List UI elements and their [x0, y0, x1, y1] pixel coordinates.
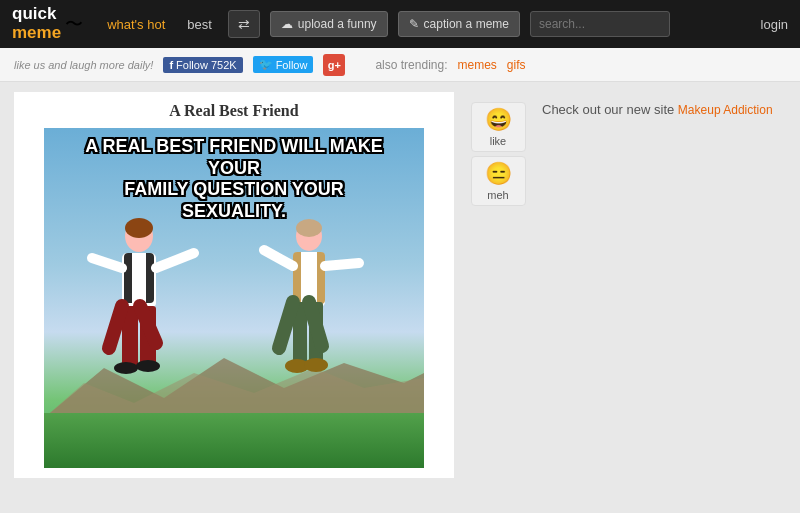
facebook-follow-button[interactable]: f Follow 752K [163, 57, 242, 73]
twitter-follow-button[interactable]: 🐦 Follow [253, 56, 314, 73]
trending-label: also trending: [375, 58, 447, 72]
login-link[interactable]: login [761, 17, 788, 32]
meh-button[interactable]: 😑 meh [471, 156, 526, 206]
tw-follow-label: Follow [276, 59, 308, 71]
svg-point-11 [114, 362, 138, 374]
meme-text-overlay: A Real best friend will make your family… [44, 136, 424, 222]
shuffle-button[interactable]: ⇄ [228, 10, 260, 38]
nav-whats-hot[interactable]: what's hot [101, 13, 171, 36]
svg-line-23 [325, 263, 359, 266]
svg-rect-6 [132, 253, 146, 303]
like-emoji: 😄 [485, 107, 512, 133]
main-content: A Real Best Friend A Real best friend wi… [0, 82, 800, 488]
subheader-text: like us and laugh more daily! [14, 59, 153, 71]
meme-image: A Real best friend will make your family… [44, 128, 424, 468]
shuffle-icon: ⇄ [238, 16, 250, 32]
trending-memes-link[interactable]: memes [457, 58, 496, 72]
logo-meme: meme [12, 24, 61, 43]
meh-emoji: 😑 [485, 161, 512, 187]
caption-pencil-icon: ✎ [409, 17, 419, 31]
twitter-bird-icon: 🐦 [259, 58, 273, 71]
search-input[interactable] [530, 11, 670, 37]
meme-content-area: A Real Best Friend A Real best friend wi… [14, 92, 454, 478]
svg-line-9 [92, 258, 122, 268]
facebook-icon: f [169, 59, 173, 71]
svg-point-25 [304, 358, 328, 372]
grass-area [44, 413, 424, 468]
caption-button[interactable]: ✎ caption a meme [398, 11, 520, 37]
promo-text: Check out our new site Makeup Addiction [542, 102, 786, 117]
right-sidebar: Check out our new site Makeup Addiction [542, 92, 786, 478]
logo-wave-icon: 〜 [65, 12, 83, 36]
svg-line-26 [279, 302, 293, 348]
meh-label: meh [487, 189, 508, 201]
google-plus-button[interactable]: g+ [323, 54, 345, 76]
svg-line-22 [264, 250, 293, 266]
person1-svg [84, 218, 214, 418]
subheader: like us and laugh more daily! f Follow 7… [0, 48, 800, 82]
svg-line-10 [156, 253, 194, 268]
person2-svg [244, 218, 374, 418]
nav-best[interactable]: best [181, 13, 218, 36]
logo[interactable]: quick meme 〜 [12, 5, 83, 42]
reactions-panel: 😄 like 😑 meh [468, 92, 528, 478]
fb-follow-label: Follow 752K [176, 59, 237, 71]
promo-link[interactable]: Makeup Addiction [678, 103, 773, 117]
like-label: like [490, 135, 507, 147]
like-button[interactable]: 😄 like [471, 102, 526, 152]
header: quick meme 〜 what's hot best ⇄ ☁ upload … [0, 0, 800, 48]
upload-button[interactable]: ☁ upload a funny [270, 11, 388, 37]
svg-line-13 [109, 306, 122, 348]
trending-gifs-link[interactable]: gifs [507, 58, 526, 72]
upload-cloud-icon: ☁ [281, 17, 293, 31]
logo-quick: quick [12, 5, 61, 24]
svg-point-12 [136, 360, 160, 372]
gplus-icon: g+ [328, 59, 341, 71]
meme-title: A Real Best Friend [24, 102, 444, 120]
